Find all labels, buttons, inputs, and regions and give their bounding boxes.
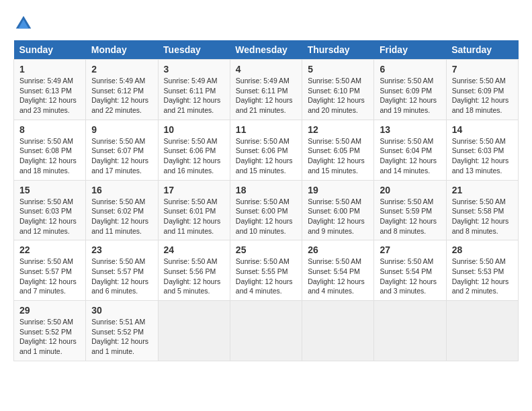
calendar-cell: 1 Sunrise: 5:49 AMSunset: 6:13 PMDayligh… bbox=[14, 60, 86, 120]
column-header-monday: Monday bbox=[86, 40, 158, 60]
calendar-cell bbox=[230, 301, 302, 361]
day-number: 24 bbox=[164, 244, 224, 255]
calendar-cell: 4 Sunrise: 5:49 AMSunset: 6:11 PMDayligh… bbox=[230, 60, 302, 120]
day-number: 16 bbox=[91, 185, 152, 195]
day-number: 26 bbox=[308, 244, 368, 255]
calendar-cell bbox=[158, 301, 230, 361]
column-header-sunday: Sunday bbox=[14, 40, 86, 60]
day-number: 4 bbox=[236, 64, 296, 75]
day-number: 18 bbox=[236, 185, 296, 195]
day-number: 10 bbox=[164, 124, 224, 135]
day-number: 14 bbox=[452, 124, 513, 135]
calendar-cell: 14 Sunrise: 5:50 AMSunset: 6:03 PMDaylig… bbox=[446, 120, 518, 180]
day-info: Sunrise: 5:49 AMSunset: 6:13 PMDaylight:… bbox=[19, 77, 77, 114]
day-info: Sunrise: 5:50 AMSunset: 6:00 PMDaylight:… bbox=[236, 197, 293, 235]
calendar-cell: 15 Sunrise: 5:50 AMSunset: 6:03 PMDaylig… bbox=[14, 180, 86, 240]
calendar-cell: 2 Sunrise: 5:49 AMSunset: 6:12 PMDayligh… bbox=[86, 60, 158, 120]
day-info: Sunrise: 5:50 AMSunset: 6:06 PMDaylight:… bbox=[236, 137, 293, 175]
day-info: Sunrise: 5:50 AMSunset: 5:52 PMDaylight:… bbox=[19, 318, 77, 355]
day-number: 5 bbox=[308, 64, 368, 75]
day-info: Sunrise: 5:49 AMSunset: 6:12 PMDaylight:… bbox=[91, 77, 148, 114]
day-info: Sunrise: 5:50 AMSunset: 5:57 PMDaylight:… bbox=[91, 257, 148, 295]
day-number: 15 bbox=[19, 185, 80, 195]
day-info: Sunrise: 5:50 AMSunset: 6:01 PMDaylight:… bbox=[164, 197, 221, 235]
day-number: 6 bbox=[380, 64, 440, 75]
day-info: Sunrise: 5:50 AMSunset: 6:00 PMDaylight:… bbox=[308, 197, 365, 235]
day-info: Sunrise: 5:49 AMSunset: 6:11 PMDaylight:… bbox=[164, 77, 221, 114]
calendar-cell: 7 Sunrise: 5:50 AMSunset: 6:09 PMDayligh… bbox=[446, 60, 518, 120]
day-number: 25 bbox=[236, 244, 296, 255]
column-header-friday: Friday bbox=[374, 40, 446, 60]
day-info: Sunrise: 5:50 AMSunset: 5:53 PMDaylight:… bbox=[452, 257, 509, 295]
calendar-week-1: 1 Sunrise: 5:49 AMSunset: 6:13 PMDayligh… bbox=[14, 60, 519, 120]
day-info: Sunrise: 5:50 AMSunset: 5:56 PMDaylight:… bbox=[164, 257, 221, 295]
day-info: Sunrise: 5:50 AMSunset: 6:09 PMDaylight:… bbox=[380, 77, 437, 114]
calendar-cell: 25 Sunrise: 5:50 AMSunset: 5:55 PMDaylig… bbox=[230, 240, 302, 301]
day-number: 11 bbox=[236, 124, 296, 135]
day-number: 28 bbox=[452, 244, 513, 255]
day-number: 30 bbox=[91, 305, 152, 316]
day-info: Sunrise: 5:50 AMSunset: 6:09 PMDaylight:… bbox=[452, 77, 509, 114]
day-number: 7 bbox=[452, 64, 513, 75]
page-header bbox=[13, 13, 519, 34]
day-number: 9 bbox=[91, 124, 152, 135]
calendar-cell: 28 Sunrise: 5:50 AMSunset: 5:53 PMDaylig… bbox=[446, 240, 518, 301]
day-number: 23 bbox=[91, 244, 152, 255]
day-info: Sunrise: 5:50 AMSunset: 5:54 PMDaylight:… bbox=[308, 257, 365, 295]
calendar-cell: 6 Sunrise: 5:50 AMSunset: 6:09 PMDayligh… bbox=[374, 60, 446, 120]
logo bbox=[13, 13, 36, 34]
calendar-cell: 3 Sunrise: 5:49 AMSunset: 6:11 PMDayligh… bbox=[158, 60, 230, 120]
day-info: Sunrise: 5:50 AMSunset: 6:10 PMDaylight:… bbox=[308, 77, 365, 114]
calendar-cell: 10 Sunrise: 5:50 AMSunset: 6:06 PMDaylig… bbox=[158, 120, 230, 180]
calendar-cell: 17 Sunrise: 5:50 AMSunset: 6:01 PMDaylig… bbox=[158, 180, 230, 240]
calendar-cell: 23 Sunrise: 5:50 AMSunset: 5:57 PMDaylig… bbox=[86, 240, 158, 301]
calendar-header-row: SundayMondayTuesdayWednesdayThursdayFrid… bbox=[14, 40, 519, 60]
day-number: 27 bbox=[380, 244, 440, 255]
calendar-cell bbox=[374, 301, 446, 361]
column-header-thursday: Thursday bbox=[302, 40, 374, 60]
calendar-week-4: 22 Sunrise: 5:50 AMSunset: 5:57 PMDaylig… bbox=[14, 240, 519, 301]
day-number: 1 bbox=[19, 64, 80, 75]
calendar-cell: 20 Sunrise: 5:50 AMSunset: 5:59 PMDaylig… bbox=[374, 180, 446, 240]
calendar-cell: 19 Sunrise: 5:50 AMSunset: 6:00 PMDaylig… bbox=[302, 180, 374, 240]
day-info: Sunrise: 5:49 AMSunset: 6:11 PMDaylight:… bbox=[236, 77, 293, 114]
day-info: Sunrise: 5:50 AMSunset: 6:03 PMDaylight:… bbox=[19, 197, 77, 235]
calendar-week-3: 15 Sunrise: 5:50 AMSunset: 6:03 PMDaylig… bbox=[14, 180, 519, 240]
day-info: Sunrise: 5:50 AMSunset: 6:07 PMDaylight:… bbox=[91, 137, 148, 175]
calendar-cell: 9 Sunrise: 5:50 AMSunset: 6:07 PMDayligh… bbox=[86, 120, 158, 180]
calendar-week-5: 29 Sunrise: 5:50 AMSunset: 5:52 PMDaylig… bbox=[14, 301, 519, 361]
calendar-cell: 22 Sunrise: 5:50 AMSunset: 5:57 PMDaylig… bbox=[14, 240, 86, 301]
calendar-cell: 11 Sunrise: 5:50 AMSunset: 6:06 PMDaylig… bbox=[230, 120, 302, 180]
day-info: Sunrise: 5:50 AMSunset: 6:02 PMDaylight:… bbox=[91, 197, 148, 235]
day-number: 8 bbox=[19, 124, 80, 135]
calendar-cell: 12 Sunrise: 5:50 AMSunset: 6:05 PMDaylig… bbox=[302, 120, 374, 180]
calendar-table: SundayMondayTuesdayWednesdayThursdayFrid… bbox=[13, 40, 519, 361]
calendar-cell: 8 Sunrise: 5:50 AMSunset: 6:08 PMDayligh… bbox=[14, 120, 86, 180]
column-header-saturday: Saturday bbox=[446, 40, 518, 60]
column-header-wednesday: Wednesday bbox=[230, 40, 302, 60]
day-info: Sunrise: 5:50 AMSunset: 6:04 PMDaylight:… bbox=[380, 137, 437, 175]
day-number: 29 bbox=[19, 305, 80, 316]
calendar-cell: 30 Sunrise: 5:51 AMSunset: 5:52 PMDaylig… bbox=[86, 301, 158, 361]
calendar-cell: 13 Sunrise: 5:50 AMSunset: 6:04 PMDaylig… bbox=[374, 120, 446, 180]
day-info: Sunrise: 5:50 AMSunset: 5:58 PMDaylight:… bbox=[452, 197, 509, 235]
day-number: 20 bbox=[380, 185, 440, 195]
day-number: 12 bbox=[308, 124, 368, 135]
day-info: Sunrise: 5:50 AMSunset: 6:08 PMDaylight:… bbox=[19, 137, 77, 175]
day-number: 21 bbox=[452, 185, 513, 195]
day-info: Sunrise: 5:51 AMSunset: 5:52 PMDaylight:… bbox=[91, 318, 148, 355]
column-header-tuesday: Tuesday bbox=[158, 40, 230, 60]
calendar-cell: 27 Sunrise: 5:50 AMSunset: 5:54 PMDaylig… bbox=[374, 240, 446, 301]
day-info: Sunrise: 5:50 AMSunset: 6:03 PMDaylight:… bbox=[452, 137, 509, 175]
calendar-week-2: 8 Sunrise: 5:50 AMSunset: 6:08 PMDayligh… bbox=[14, 120, 519, 180]
day-number: 22 bbox=[19, 244, 80, 255]
calendar-cell: 16 Sunrise: 5:50 AMSunset: 6:02 PMDaylig… bbox=[86, 180, 158, 240]
day-number: 19 bbox=[308, 185, 368, 195]
day-number: 3 bbox=[164, 64, 224, 75]
day-number: 13 bbox=[380, 124, 440, 135]
calendar-cell: 21 Sunrise: 5:50 AMSunset: 5:58 PMDaylig… bbox=[446, 180, 518, 240]
calendar-cell: 24 Sunrise: 5:50 AMSunset: 5:56 PMDaylig… bbox=[158, 240, 230, 301]
day-info: Sunrise: 5:50 AMSunset: 5:59 PMDaylight:… bbox=[380, 197, 437, 235]
day-info: Sunrise: 5:50 AMSunset: 5:54 PMDaylight:… bbox=[380, 257, 437, 295]
calendar-cell: 29 Sunrise: 5:50 AMSunset: 5:52 PMDaylig… bbox=[14, 301, 86, 361]
